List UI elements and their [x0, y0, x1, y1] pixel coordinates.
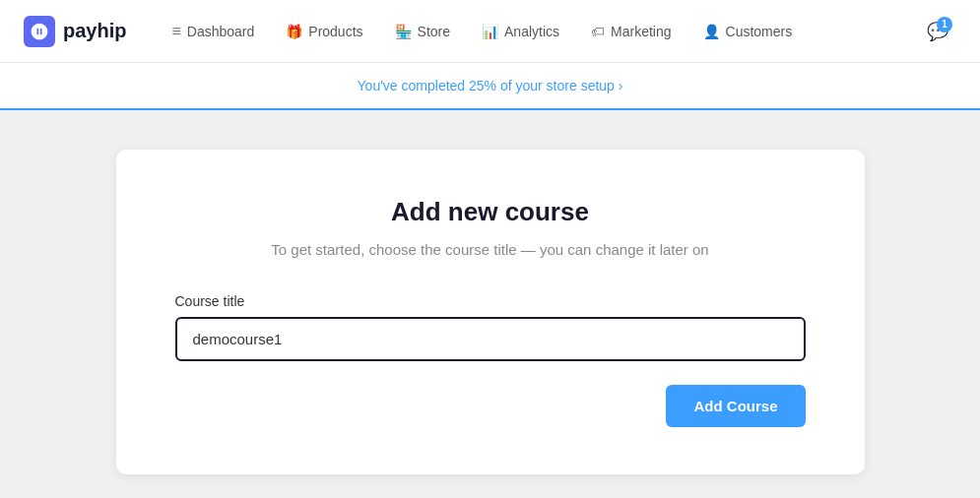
analytics-icon [482, 23, 498, 39]
notification-button[interactable]: 1 [919, 13, 956, 50]
nav-label-marketing: Marketing [611, 24, 671, 39]
logo-area: payhip [24, 16, 126, 47]
nav-right: 1 [919, 13, 956, 50]
nav-item-products[interactable]: Products [272, 15, 376, 47]
add-course-button[interactable]: Add Course [666, 385, 805, 427]
nav-item-store[interactable]: Store [381, 15, 464, 47]
course-title-input[interactable] [175, 317, 806, 361]
nav-label-customers: Customers [726, 24, 793, 39]
notification-badge: 1 [937, 17, 952, 32]
nav-label-analytics: Analytics [504, 24, 559, 39]
progress-banner-link[interactable]: You've completed 25% of your store setup… [358, 78, 623, 93]
products-icon [286, 23, 302, 39]
form-actions: Add Course [175, 385, 806, 427]
store-icon [395, 23, 412, 39]
nav-item-marketing[interactable]: Marketing [577, 15, 685, 47]
nav-label-products: Products [308, 24, 362, 39]
course-title-label: Course title [175, 293, 806, 309]
card-subtitle: To get started, choose the course title … [175, 241, 806, 258]
logo-text: payhip [63, 20, 126, 42]
marketing-icon [591, 23, 605, 39]
add-course-card: Add new course To get started, choose th… [116, 150, 865, 474]
nav-label-store: Store [418, 24, 450, 39]
card-title: Add new course [175, 197, 806, 227]
course-title-group: Course title [175, 293, 806, 361]
main-content: Add new course To get started, choose th… [0, 110, 980, 498]
nav-item-analytics[interactable]: Analytics [468, 15, 573, 47]
progress-banner: You've completed 25% of your store setup… [0, 63, 980, 110]
customers-icon [703, 23, 720, 39]
nav-item-dashboard[interactable]: Dashboard [158, 15, 268, 48]
navbar: payhip Dashboard Products Store Analytic… [0, 0, 980, 63]
nav-item-customers[interactable]: Customers [689, 15, 807, 47]
dashboard-icon [171, 23, 180, 40]
logo-icon [24, 16, 55, 47]
nav-links: Dashboard Products Store Analytics Marke… [158, 15, 919, 48]
nav-label-dashboard: Dashboard [187, 24, 255, 39]
